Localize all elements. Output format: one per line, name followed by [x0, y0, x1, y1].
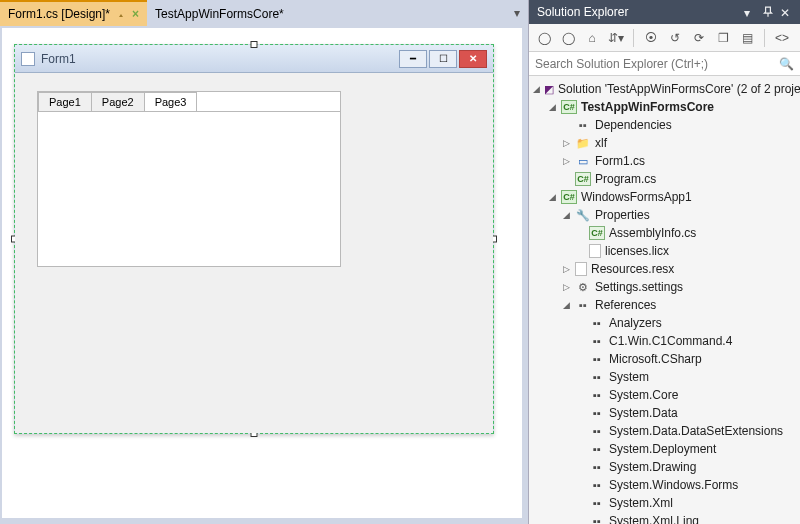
tree-node-label: System.Xml	[609, 496, 673, 510]
separator-icon	[764, 29, 765, 47]
tree-node[interactable]: ◢C#WindowsFormsApp1	[531, 188, 800, 206]
asm-icon: ▪▪	[589, 424, 605, 438]
tree-node-label: System.Data	[609, 406, 678, 420]
sync-icon[interactable]: ⇵▾	[607, 29, 625, 47]
tab-page[interactable]: Page2	[91, 92, 145, 111]
tree-node[interactable]: ▷⚙Settings.settings	[531, 278, 800, 296]
tree-node[interactable]: ▷▪▪System	[531, 368, 800, 386]
window-menu-icon[interactable]: ▾	[744, 6, 756, 18]
window-buttons: ━ ☐ ✕	[399, 50, 487, 68]
asm-icon: ▪▪	[589, 442, 605, 456]
collapse-arrow-icon[interactable]: ◢	[547, 102, 557, 112]
solution-explorer-tree[interactable]: ◢◩Solution 'TestAppWinFormsCore' (2 of 2…	[529, 76, 800, 524]
tab-page[interactable]: Page1	[38, 92, 92, 111]
form-titlebar: Form1 ━ ☐ ✕	[15, 45, 493, 73]
form-designer-selection[interactable]: Form1 ━ ☐ ✕ Page1Page2Page3	[14, 44, 494, 434]
tree-node[interactable]: ▷C#AssemblyInfo.cs	[531, 224, 800, 242]
tree-node[interactable]: ▷licenses.licx	[531, 242, 800, 260]
tree-node-label: System.Windows.Forms	[609, 478, 738, 492]
auto-hide-pin-icon[interactable]	[762, 6, 774, 18]
tree-node[interactable]: ▷▪▪System.Data	[531, 404, 800, 422]
tree-node[interactable]: ▷▪▪System.Data.DataSetExtensions	[531, 422, 800, 440]
tab-control[interactable]: Page1Page2Page3	[37, 91, 341, 267]
collapse-arrow-icon[interactable]: ◢	[547, 192, 557, 202]
proj-icon: C#	[561, 190, 577, 204]
back-icon[interactable]: ◯	[535, 29, 553, 47]
search-input[interactable]	[535, 57, 779, 71]
tree-node[interactable]: ◢C#TestAppWinFormsCore	[531, 98, 800, 116]
document-tab-active[interactable]: Form1.cs [Design]* ×	[0, 0, 147, 26]
tree-node[interactable]: ▷Resources.resx	[531, 260, 800, 278]
expand-arrow-icon[interactable]: ▷	[561, 264, 571, 274]
tree-node[interactable]: ▷▪▪Microsoft.CSharp	[531, 350, 800, 368]
asm-icon: ▪▪	[589, 370, 605, 384]
tree-node-label: System	[609, 370, 649, 384]
tree-node[interactable]: ▷▪▪Dependencies	[531, 116, 800, 134]
collapse-arrow-icon[interactable]: ◢	[533, 84, 540, 94]
refresh-icon[interactable]: ⟳	[690, 29, 708, 47]
expand-arrow-icon[interactable]: ▷	[561, 282, 571, 292]
home-icon[interactable]: ⌂	[583, 29, 601, 47]
page-icon	[575, 262, 587, 276]
solution-explorer-header[interactable]: Solution Explorer ▾ ✕	[529, 0, 800, 24]
tree-node-label: Analyzers	[609, 316, 662, 330]
tree-node-label: Microsoft.CSharp	[609, 352, 702, 366]
asm-icon: ▪▪	[589, 316, 605, 330]
forward-icon[interactable]: ◯	[559, 29, 577, 47]
scope-icon[interactable]: ⦿	[642, 29, 660, 47]
maximize-button[interactable]: ☐	[429, 50, 457, 68]
asm-icon: ▪▪	[589, 334, 605, 348]
show-all-files-icon[interactable]: ❐	[714, 29, 732, 47]
asm-icon: ▪▪	[589, 352, 605, 366]
properties-icon[interactable]: ▤	[738, 29, 756, 47]
tree-node[interactable]: ▷▪▪System.Core	[531, 386, 800, 404]
tree-node[interactable]: ◢▪▪References	[531, 296, 800, 314]
solution-explorer-search[interactable]: 🔍	[529, 52, 800, 76]
tree-node[interactable]: ▷▪▪System.Drawing	[531, 458, 800, 476]
asm-icon: ▪▪	[589, 478, 605, 492]
search-icon[interactable]: 🔍	[779, 57, 794, 71]
close-tab-icon[interactable]: ×	[132, 7, 139, 21]
tree-node[interactable]: ◢◩Solution 'TestAppWinFormsCore' (2 of 2…	[531, 80, 800, 98]
tree-node[interactable]: ▷▪▪Analyzers	[531, 314, 800, 332]
expand-arrow-icon[interactable]: ▷	[561, 156, 571, 166]
tree-node[interactable]: ▷▪▪C1.Win.C1Command.4	[531, 332, 800, 350]
tree-node-label: References	[595, 298, 656, 312]
tree-node[interactable]: ▷▪▪System.Xml.Linq	[531, 512, 800, 524]
minimize-button[interactable]: ━	[399, 50, 427, 68]
collapse-icon[interactable]: ↺	[666, 29, 684, 47]
tree-node[interactable]: ▷▪▪System.Xml	[531, 494, 800, 512]
tree-node[interactable]: ▷▭Form1.cs	[531, 152, 800, 170]
pin-icon[interactable]	[116, 9, 126, 19]
form-client-area[interactable]: Page1Page2Page3	[15, 73, 493, 433]
tab-overflow-dropdown[interactable]: ▾	[506, 6, 528, 20]
design-canvas[interactable]: Form1 ━ ☐ ✕ Page1Page2Page3	[2, 28, 522, 518]
tree-node[interactable]: ▷📁xlf	[531, 134, 800, 152]
view-code-icon[interactable]: <>	[773, 29, 791, 47]
designer-pane: Form1.cs [Design]* × TestAppWinFormsCore…	[0, 0, 528, 524]
solution-explorer-pane: Solution Explorer ▾ ✕ ◯ ◯ ⌂ ⇵▾ ⦿ ↺ ⟳ ❐ ▤…	[528, 0, 800, 524]
tree-node[interactable]: ▷▪▪System.Deployment	[531, 440, 800, 458]
tab-control-page-body[interactable]	[38, 111, 340, 266]
sln-icon: ◩	[544, 82, 554, 96]
asm-icon: ▪▪	[589, 406, 605, 420]
collapse-arrow-icon[interactable]: ◢	[561, 210, 571, 220]
tree-node-label: Form1.cs	[595, 154, 645, 168]
wrench-icon: 🔧	[575, 208, 591, 222]
close-button[interactable]: ✕	[459, 50, 487, 68]
tree-node-label: xlf	[595, 136, 607, 150]
tree-node[interactable]: ◢🔧Properties	[531, 206, 800, 224]
tree-node-label: System.Deployment	[609, 442, 716, 456]
collapse-arrow-icon[interactable]: ◢	[561, 300, 571, 310]
resize-handle-top[interactable]	[251, 41, 258, 48]
tree-node[interactable]: ▷▪▪System.Windows.Forms	[531, 476, 800, 494]
ref-icon: ▪▪	[575, 298, 591, 312]
document-tab[interactable]: TestAppWinFormsCore*	[147, 0, 292, 26]
tree-node[interactable]: ▷C#Program.cs	[531, 170, 800, 188]
tree-node-label: System.Core	[609, 388, 678, 402]
expand-arrow-icon[interactable]: ▷	[561, 138, 571, 148]
tree-node-label: Properties	[595, 208, 650, 222]
tree-node-label: Dependencies	[595, 118, 672, 132]
close-pane-icon[interactable]: ✕	[780, 6, 792, 18]
tab-page[interactable]: Page3	[144, 92, 198, 111]
